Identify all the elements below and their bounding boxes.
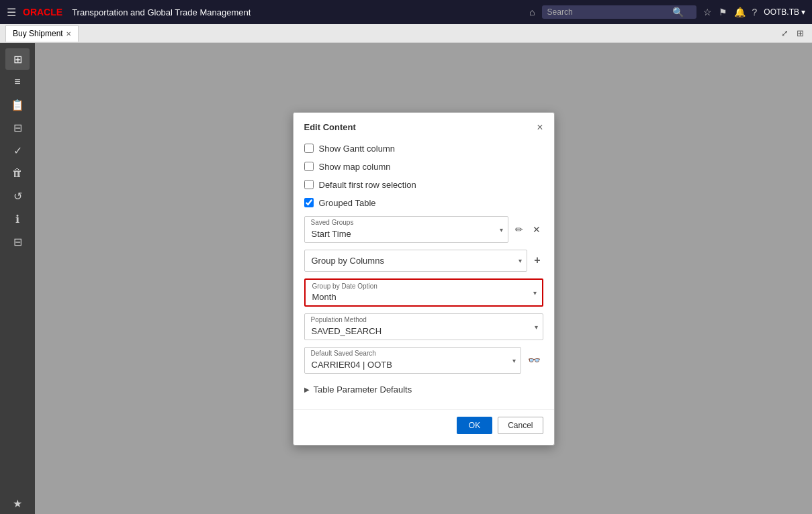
show-gantt-label: Show Gantt column — [319, 144, 395, 154]
sidebar-check-icon[interactable]: ✓ — [5, 140, 30, 161]
show-map-row: Show map column — [304, 162, 543, 172]
layout-icon[interactable]: ⊞ — [794, 27, 807, 40]
population-method-select[interactable]: SAVED_SEARCH — [304, 313, 543, 340]
tab-label: Buy Shipment — [13, 29, 63, 38]
ok-button[interactable]: OK — [457, 417, 492, 434]
cancel-button[interactable]: Cancel — [498, 417, 543, 434]
default-first-row-label: Default first row selection — [319, 180, 416, 190]
sidebar-trash-icon[interactable]: 🗑 — [5, 162, 30, 184]
modal-title: Edit Content — [304, 122, 356, 132]
search-icon[interactable]: 🔍 — [672, 7, 684, 17]
glasses-icon: 👓 — [528, 354, 541, 366]
edit-content-modal: Edit Content × Show Gantt column Show ma… — [293, 112, 555, 446]
home-icon[interactable]: ⌂ — [529, 7, 535, 17]
expand-chevron-icon: ▶ — [304, 386, 310, 393]
main-content: Edit Content × Show Gantt column Show ma… — [35, 43, 812, 514]
group-by-date-select[interactable]: Month — [306, 280, 542, 305]
saved-groups-select[interactable]: Start Time — [304, 216, 508, 243]
bell-icon[interactable]: 🔔 — [734, 7, 746, 17]
table-parameter-expand-row[interactable]: ▶ Table Parameter Defaults — [304, 380, 543, 399]
group-by-columns-add-button[interactable]: + — [531, 252, 543, 269]
sidebar-info-icon[interactable]: ℹ — [5, 208, 30, 229]
group-by-columns-select[interactable]: Group by Columns — [304, 250, 528, 272]
help-icon[interactable]: ? — [752, 7, 758, 17]
default-saved-search-select-wrapper: Default Saved Search CARRIER04 | OOTB ▾ — [304, 347, 521, 374]
show-gantt-row: Show Gantt column — [304, 144, 543, 154]
top-nav-bar: ☰ ORACLE Transportation and Global Trade… — [0, 0, 812, 24]
default-first-row-row: Default first row selection — [304, 180, 543, 190]
saved-groups-edit-button[interactable]: ✏ — [512, 221, 526, 238]
saved-groups-select-wrapper: Saved Groups Start Time ▾ — [304, 216, 508, 243]
show-gantt-checkbox[interactable] — [304, 144, 314, 153]
saved-groups-delete-button[interactable]: ✕ — [530, 221, 543, 238]
star-icon[interactable]: ☆ — [703, 7, 712, 17]
group-by-date-wrapper: Group by Date Option Month ▾ — [304, 278, 543, 307]
sidebar-star-icon[interactable]: ★ — [5, 493, 30, 514]
search-box: 🔍 — [542, 5, 696, 19]
sidebar-list-icon[interactable]: ≡ — [5, 71, 30, 93]
tab-bar: Buy Shipment ✕ ⤢ ⊞ — [0, 24, 812, 43]
tab-buy-shipment[interactable]: Buy Shipment ✕ — [5, 25, 79, 42]
hamburger-icon[interactable]: ☰ — [7, 6, 16, 19]
show-map-label: Show map column — [319, 162, 391, 172]
app-title: Transportation and Global Trade Manageme… — [72, 7, 251, 17]
sidebar-refresh-icon[interactable]: ↺ — [5, 185, 30, 207]
show-map-checkbox[interactable] — [304, 162, 314, 171]
search-input[interactable] — [547, 7, 668, 17]
modal-close-button[interactable]: × — [537, 122, 543, 133]
grouped-table-label: Grouped Table — [319, 198, 376, 208]
left-sidebar: ⊞ ≡ 📋 ⊟ ✓ 🗑 ↺ ℹ ⊟ ★ — [0, 43, 35, 514]
flag-icon[interactable]: ⚑ — [719, 7, 727, 17]
modal-footer: OK Cancel — [294, 409, 554, 445]
grouped-table-row: Grouped Table — [304, 198, 543, 208]
modal-overlay: Edit Content × Show Gantt column Show ma… — [35, 43, 812, 514]
table-parameter-label: Table Parameter Defaults — [314, 384, 412, 395]
modal-header: Edit Content × — [294, 113, 554, 138]
sidebar-grid-icon[interactable]: ⊟ — [5, 117, 30, 138]
group-by-columns-row: Group by Columns ▾ + — [304, 250, 543, 272]
user-menu[interactable]: OOTB.TB ▾ — [764, 7, 805, 17]
saved-groups-row: Saved Groups Start Time ▾ ✏ ✕ — [304, 216, 543, 243]
default-saved-search-select[interactable]: CARRIER04 | OOTB — [304, 347, 521, 374]
population-method-group: Population Method SAVED_SEARCH ▾ — [304, 313, 543, 340]
tab-close-icon[interactable]: ✕ — [66, 30, 71, 38]
saved-search-view-button[interactable]: 👓 — [525, 352, 543, 369]
maximize-icon[interactable]: ⤢ — [778, 27, 791, 40]
tab-bar-right: ⤢ ⊞ — [778, 27, 807, 40]
group-by-columns-select-wrapper: Group by Columns ▾ — [304, 250, 528, 272]
sidebar-home-icon[interactable]: ⊞ — [5, 48, 30, 70]
oracle-logo: ORACLE — [23, 7, 62, 17]
sidebar-table-icon[interactable]: ⊟ — [5, 231, 30, 252]
user-label: OOTB.TB — [764, 7, 799, 17]
grouped-table-checkbox[interactable] — [304, 198, 314, 207]
user-caret: ▾ — [801, 7, 805, 17]
modal-body: Show Gantt column Show map column Defaul… — [294, 138, 554, 409]
default-first-row-checkbox[interactable] — [304, 180, 314, 189]
default-saved-search-row: Default Saved Search CARRIER04 | OOTB ▾ … — [304, 347, 543, 374]
sidebar-clipboard-icon[interactable]: 📋 — [5, 94, 30, 115]
